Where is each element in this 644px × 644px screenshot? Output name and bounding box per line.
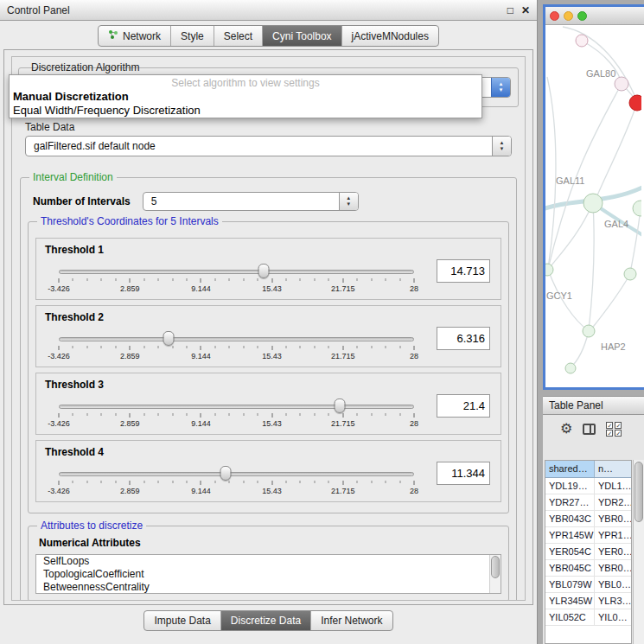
table-cell: YPR1… [595,527,631,543]
table-row[interactable]: YBR045CYBR0… [545,560,631,577]
list-scrollbar[interactable] [489,555,501,593]
popup-option-manual-discretization[interactable]: Manual Discretization [10,89,481,103]
slider-track[interactable] [59,337,414,341]
tick-mark [86,278,87,281]
tick-label: 15.43 [262,487,282,495]
tab-impute-data[interactable]: Impute Data [144,611,220,630]
tick-mark [342,346,343,350]
combobox-stepper-icon[interactable]: ▲▼ [492,137,511,156]
network-node[interactable] [576,35,588,47]
column-header-shared-name[interactable]: shared… [545,461,595,477]
mini-checkbox-icon: ✓ [615,422,622,429]
network-node[interactable] [615,77,628,91]
tab-style[interactable]: Style [171,26,214,46]
tab-jactivemnodules[interactable]: jActiveMNodules [342,26,438,46]
network-canvas[interactable]: GAL80GAL11GAL4GCY1HAP2 [545,25,644,387]
tick-mark [143,346,144,348]
tick-mark [115,481,116,483]
zoom-traffic-light-icon[interactable] [577,11,587,21]
gear-icon[interactable]: ⚙ [560,422,572,436]
tick-mark [314,413,315,416]
threshold-value-field[interactable]: 14.713 [437,259,490,283]
table-scrollbar[interactable] [633,460,644,644]
network-node[interactable] [583,325,595,337]
threshold-value-field[interactable]: 21.4 [437,394,490,418]
tick-mark [342,413,343,418]
table-row[interactable]: YER054CYER0… [545,544,631,560]
tick-label: 9.144 [191,284,211,293]
table-scrollbar-thumb[interactable] [634,462,643,522]
table-cell: YDL19… [545,478,595,494]
tick-mark [300,481,301,483]
slider-track[interactable] [59,270,414,274]
tick-mark [386,346,386,348]
network-node[interactable] [624,268,636,280]
numerical-attributes-label: Numerical Attributes [39,537,503,549]
column-selector-icon[interactable] [583,424,596,435]
attribute-items: SelfLoopsTopologicalCoefficientBetweenne… [36,555,501,594]
network-node[interactable] [633,201,641,216]
combobox-stepper-icon[interactable]: ▲▼ [339,193,358,210]
number-of-intervals-label: Number of Intervals [33,195,131,207]
table-cell: YLR345W [545,593,595,609]
tab-label: Select [224,30,252,42]
panel-title: Control Panel [7,4,500,16]
table-row[interactable]: YDL19…YDL1… [545,478,631,494]
close-traffic-light-icon[interactable] [550,11,559,21]
tick-mark [115,413,116,416]
tick-label: 9.144 [191,352,211,360]
list-scrollbar-thumb[interactable] [491,556,500,578]
tick-mark [357,278,358,281]
tick-mark [243,278,244,281]
combobox-stepper-icon[interactable]: ▲▼ [491,78,510,97]
table-row[interactable]: YLR345WYLR3… [545,593,631,609]
tick-mark [214,481,215,483]
network-node[interactable] [583,194,603,213]
threshold-slider[interactable]: -3.4262.8599.14415.4321.71528 [59,398,414,429]
attributes-group: Attributes to discretize Numerical Attri… [28,526,509,601]
number-of-intervals-combobox[interactable]: 5 ▲▼ [143,192,359,211]
tick-mark [371,278,372,281]
tab-network[interactable]: Network [99,26,171,46]
numerical-attributes-list[interactable]: SelfLoopsTopologicalCoefficientBetweenne… [35,554,501,594]
popup-option-equal-width[interactable]: Equal Width/Frequency Discretization [10,103,481,117]
control-panel-titlebar: Control Panel □ ✕ [0,0,537,21]
threshold-slider[interactable]: -3.4262.8599.14415.4321.71528 [59,330,414,361]
tick-mark [357,413,358,416]
table-row[interactable]: YBL079WYBL0… [545,577,631,593]
tab-select[interactable]: Select [214,26,263,46]
tab-label: Style [181,30,204,42]
list-item[interactable]: TopologicalCoefficient [36,568,501,581]
network-node[interactable] [545,264,553,276]
tab-discretize-data[interactable]: Discretize Data [221,611,311,630]
tick-mark [229,346,230,348]
column-header-name[interactable]: n… [595,461,631,477]
tick-label: 15.43 [262,419,282,428]
network-node-selected[interactable] [629,95,641,111]
table-data-combobox[interactable]: galFiltered.sif default node ▲▼ [25,136,512,156]
tick-mark [229,481,230,483]
checkbox-filter-icon[interactable]: ✓ ✓ ✓ ✓ [606,422,622,437]
tick-mark [328,413,329,416]
slider-track[interactable] [59,405,414,409]
table-row[interactable]: YIL052CYIL0… [545,609,631,626]
close-icon[interactable]: ✕ [521,5,530,16]
threshold-value-field[interactable]: 6.316 [437,327,490,350]
table-row[interactable]: YBR043CYBR0… [545,511,631,527]
float-window-icon[interactable]: □ [507,5,513,16]
minimize-traffic-light-icon[interactable] [564,11,573,21]
list-item[interactable]: BetweennessCentrality [36,581,501,594]
network-view-window[interactable]: GAL80GAL11GAL4GCY1HAP2 [543,4,644,390]
table-row[interactable]: YPR145WYPR1… [545,527,631,544]
tab-infer-network[interactable]: Infer Network [311,611,392,630]
list-item[interactable]: SelfLoops [36,555,501,568]
tab-cyni-toolbox[interactable]: Cyni Toolbox [263,26,341,46]
threshold-value-field[interactable]: 11.344 [437,462,490,485]
table-row[interactable]: YDR27…YDR2… [545,494,631,511]
threshold-slider[interactable]: -3.4262.8599.14415.4321.71528 [59,263,414,294]
network-node[interactable] [565,363,576,373]
slider-track[interactable] [59,472,414,476]
tick-mark [158,413,159,416]
threshold-slider[interactable]: -3.4262.8599.14415.4321.71528 [59,465,414,496]
discretization-algorithm-legend: Discretization Algorithm [28,61,143,73]
